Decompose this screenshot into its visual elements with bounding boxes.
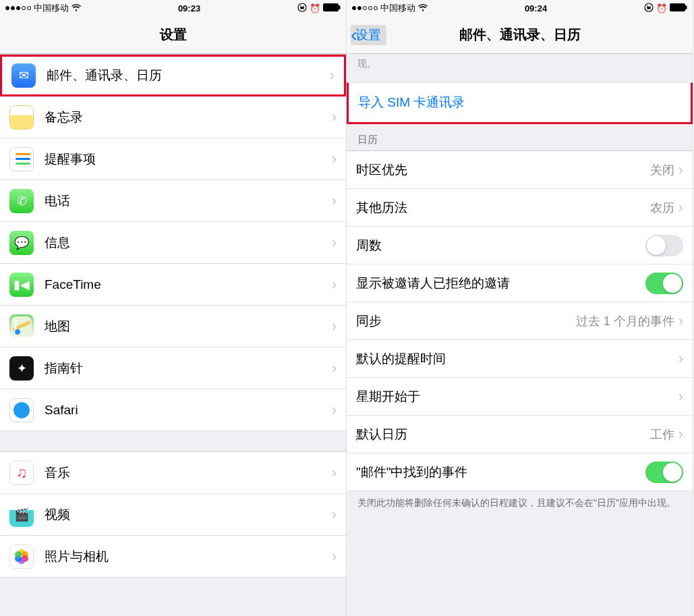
settings-row[interactable]: 地图› bbox=[0, 306, 346, 347]
row-label: 显示被邀请人已拒绝的邀请 bbox=[356, 275, 645, 292]
footer-fragment: 现。 bbox=[347, 54, 693, 70]
app-icon bbox=[9, 314, 34, 339]
row-label: 周数 bbox=[356, 237, 645, 254]
chevron-right-icon: › bbox=[332, 276, 337, 293]
row-label: 提醒事项 bbox=[45, 150, 332, 168]
app-icon bbox=[9, 105, 34, 130]
back-label: 设置 bbox=[355, 26, 381, 44]
row-value: 过去 1 个月的事件 bbox=[576, 313, 674, 329]
clock-label: 09:24 bbox=[525, 3, 547, 13]
calendar-setting-row[interactable]: 周数 bbox=[347, 227, 693, 264]
settings-row[interactable]: 提醒事项› bbox=[0, 138, 346, 180]
wifi-icon bbox=[418, 3, 428, 13]
row-label: 备忘录 bbox=[45, 109, 332, 126]
battery-icon bbox=[323, 3, 341, 13]
status-left: 中国移动 bbox=[5, 2, 81, 14]
status-bar: 中国移动 09:23 ⏰ bbox=[0, 0, 346, 16]
nav-header: ‹ 设置 邮件、通讯录、日历 bbox=[347, 16, 693, 54]
calendar-setting-row[interactable]: 显示被邀请人已拒绝的邀请 bbox=[347, 264, 693, 302]
section-header-calendar: 日历 bbox=[347, 124, 693, 150]
chevron-right-icon: › bbox=[678, 388, 683, 405]
chevron-right-icon: › bbox=[332, 234, 337, 252]
calendar-setting-row[interactable]: "邮件"中找到的事件 bbox=[347, 453, 693, 491]
signal-dots-icon bbox=[5, 6, 31, 10]
row-label: 邮件、通讯录、日历 bbox=[47, 67, 330, 84]
import-sim-contacts-cell[interactable]: 导入 SIM 卡通讯录 bbox=[347, 82, 693, 124]
app-icon: ✉ bbox=[11, 63, 36, 88]
row-label: 其他历法 bbox=[356, 199, 650, 217]
row-label: 默认的提醒时间 bbox=[356, 350, 678, 368]
alarm-icon: ⏰ bbox=[310, 3, 320, 13]
chevron-right-icon: › bbox=[678, 312, 683, 330]
chevron-right-icon: › bbox=[332, 506, 337, 524]
row-label: Safari bbox=[45, 403, 332, 418]
row-label: 地图 bbox=[45, 318, 332, 335]
settings-row[interactable]: 🎬视频› bbox=[0, 494, 346, 536]
status-left: 中国移动 bbox=[352, 2, 428, 14]
back-button[interactable]: ‹ 设置 bbox=[351, 25, 386, 45]
toggle-switch[interactable] bbox=[645, 235, 683, 256]
calendar-setting-row[interactable]: 时区优先关闭› bbox=[347, 151, 693, 189]
calendar-setting-row[interactable]: 默认日历工作› bbox=[347, 416, 693, 453]
status-bar: 中国移动 09:24 ⏰ bbox=[347, 0, 693, 16]
group-separator bbox=[0, 431, 346, 451]
settings-row[interactable]: ✆电话› bbox=[0, 180, 346, 222]
svg-point-6 bbox=[13, 402, 30, 418]
row-label: 信息 bbox=[45, 234, 332, 252]
page-title: 设置 bbox=[160, 26, 187, 44]
chevron-right-icon: › bbox=[332, 318, 337, 335]
wifi-icon bbox=[71, 3, 81, 13]
chevron-right-icon: › bbox=[678, 199, 683, 217]
import-sim-label: 导入 SIM 卡通讯录 bbox=[358, 94, 465, 111]
page-title: 邮件、通讯录、日历 bbox=[459, 26, 581, 44]
app-icon: ✦ bbox=[9, 356, 34, 381]
row-label: 电话 bbox=[45, 192, 332, 210]
calendar-setting-row[interactable]: 星期开始于› bbox=[347, 378, 693, 416]
settings-row[interactable]: 备忘录› bbox=[0, 96, 346, 138]
settings-row[interactable]: Safari› bbox=[0, 389, 346, 431]
chevron-right-icon: › bbox=[678, 161, 683, 179]
settings-row[interactable]: 照片与相机› bbox=[0, 536, 346, 578]
row-label: 默认日历 bbox=[356, 426, 650, 443]
svg-rect-16 bbox=[685, 5, 687, 9]
settings-row[interactable]: ✦指南针› bbox=[0, 347, 346, 389]
settings-list-group-1: ✉邮件、通讯录、日历›备忘录›提醒事项›✆电话›💬信息›▮◀FaceTime›地… bbox=[0, 54, 346, 431]
chevron-right-icon: › bbox=[332, 150, 337, 168]
rotation-lock-icon bbox=[297, 3, 307, 14]
footer-note: 关闭此功能将删除任何未确认的日程建议，且建议不会在"日历"应用中出现。 bbox=[347, 491, 693, 515]
chevron-right-icon: › bbox=[332, 360, 337, 377]
chevron-right-icon: › bbox=[678, 426, 683, 443]
calendar-setting-row[interactable]: 其他历法农历› bbox=[347, 189, 693, 227]
toggle-switch[interactable] bbox=[645, 461, 683, 483]
app-icon bbox=[9, 544, 34, 569]
row-label: 音乐 bbox=[45, 464, 332, 482]
chevron-right-icon: › bbox=[332, 192, 337, 210]
row-value: 工作 bbox=[650, 426, 674, 443]
settings-row[interactable]: 💬信息› bbox=[0, 222, 346, 264]
status-right: ⏰ bbox=[644, 3, 687, 14]
chevron-right-icon: › bbox=[678, 350, 683, 368]
settings-row[interactable]: ♫音乐› bbox=[0, 452, 346, 494]
row-label: 照片与相机 bbox=[45, 548, 332, 565]
rotation-lock-icon bbox=[644, 3, 654, 14]
row-label: FaceTime bbox=[45, 277, 332, 292]
row-label: 时区优先 bbox=[356, 161, 650, 179]
calendar-settings-list: 时区优先关闭›其他历法农历›周数显示被邀请人已拒绝的邀请同步过去 1 个月的事件… bbox=[347, 150, 693, 491]
chevron-right-icon: › bbox=[332, 109, 337, 126]
calendar-setting-row[interactable]: 同步过去 1 个月的事件› bbox=[347, 302, 693, 340]
row-label: "邮件"中找到的事件 bbox=[356, 464, 645, 481]
phone-left: 中国移动 09:23 ⏰ 设置 ✉邮件、通讯录、日历›备忘录›提醒事项›✆电话›… bbox=[0, 0, 347, 616]
settings-row[interactable]: ✉邮件、通讯录、日历› bbox=[0, 55, 346, 96]
row-label: 指南针 bbox=[45, 360, 332, 377]
settings-row[interactable]: ▮◀FaceTime› bbox=[0, 264, 346, 306]
row-value: 关闭 bbox=[650, 162, 674, 178]
calendar-setting-row[interactable]: 默认的提醒时间› bbox=[347, 340, 693, 378]
app-icon: ✆ bbox=[9, 189, 34, 213]
svg-rect-15 bbox=[670, 3, 685, 11]
svg-point-12 bbox=[15, 551, 22, 558]
status-right: ⏰ bbox=[297, 3, 341, 14]
chevron-right-icon: › bbox=[332, 401, 337, 419]
svg-point-5 bbox=[15, 329, 20, 335]
signal-dots-icon bbox=[352, 6, 378, 10]
toggle-switch[interactable] bbox=[645, 273, 683, 294]
